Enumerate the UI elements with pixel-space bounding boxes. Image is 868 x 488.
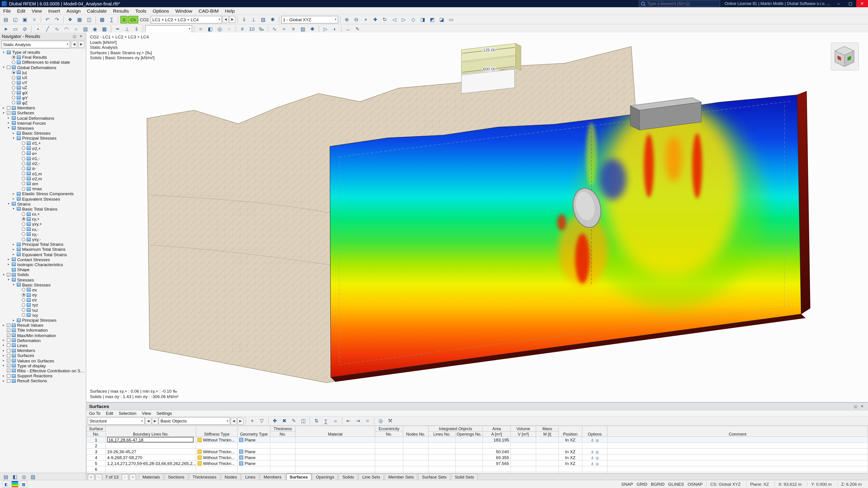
load-tool-button[interactable]: ⇓ <box>132 24 141 33</box>
views-navigator-tab-button[interactable]: ◎ <box>20 473 28 480</box>
isolines-button[interactable]: ≡ <box>289 24 298 33</box>
tree-item-m[interactable]: αm <box>1 181 86 186</box>
panels-toggle-button[interactable]: ◫ <box>85 15 94 24</box>
copy-row-button[interactable]: ◫ <box>299 416 308 425</box>
expander-icon[interactable]: ▸ <box>12 192 16 196</box>
navigator-float-icon[interactable]: ◱ <box>71 33 78 39</box>
column-header-boundary-lines-no[interactable]: Boundary Lines No. <box>105 426 196 437</box>
cell-eccentricity-no[interactable] <box>375 443 403 449</box>
tree-item-equivalent-stresses[interactable]: ▸Equivalent Stresses <box>1 196 86 201</box>
node-tool-button[interactable]: • <box>33 24 42 33</box>
anchor-icon[interactable]: ⚓ <box>591 462 594 466</box>
table-tab-member-sets[interactable]: Member Sets <box>385 474 417 480</box>
cell-comment[interactable] <box>608 466 868 472</box>
previous-load-case-button[interactable]: ◀ <box>222 16 229 23</box>
tree-item-z[interactable]: σz <box>1 297 86 302</box>
cell-area[interactable]: 183.195 <box>483 437 510 443</box>
visibility-icon[interactable]: ◎ <box>596 456 599 460</box>
column-header-comment[interactable]: Comment <box>608 426 868 437</box>
checkbox[interactable]: ✓ <box>7 111 10 115</box>
radio-button[interactable] <box>22 232 25 236</box>
tree-item-title-information[interactable]: ✓Title Information <box>1 328 86 333</box>
table-row-4[interactable]: 44-9,268,37-58,270Without Thickn...Plane… <box>87 454 868 460</box>
result-diagrams-button[interactable]: ∿ <box>270 24 279 33</box>
previous-analysis-button[interactable]: ◀ <box>71 41 77 48</box>
expander-icon[interactable]: ▾ <box>7 126 10 130</box>
print-table-button[interactable]: ⌗ <box>363 416 372 425</box>
maximize-button[interactable]: ▢ <box>844 0 856 7</box>
table-view-next-button[interactable]: ▶ <box>152 417 158 424</box>
cell-integrated-lines-no[interactable] <box>428 437 456 443</box>
table-tab-lines[interactable]: Lines <box>242 474 259 480</box>
tree-item-xy[interactable]: γxy,- <box>1 237 86 242</box>
show-result-chart-toggle[interactable]: Ch <box>128 15 138 23</box>
isometric-view-button[interactable]: ◇ <box>409 15 418 24</box>
cell-eccentricity-no[interactable] <box>375 454 403 460</box>
cell-material[interactable] <box>296 466 375 472</box>
cell-comment[interactable] <box>608 454 868 460</box>
cell-boundary-lines[interactable]: 19-26,36-45,27 <box>105 449 196 454</box>
expander-icon[interactable]: ▾ <box>12 283 16 287</box>
cell-integrated-openings-no[interactable] <box>456 460 483 466</box>
tree-item-principal-stresses[interactable]: ▸Principal Stresses <box>1 318 86 323</box>
table-row-5[interactable]: 51,2,14,271,270,59-65,28-33,66,69,262,26… <box>87 460 868 466</box>
opening-tool-button[interactable]: ◉ <box>90 24 99 33</box>
show-supports-button[interactable]: ⊥ <box>249 15 258 24</box>
checkbox[interactable]: ✓ <box>7 364 10 367</box>
menu-edit[interactable]: Edit <box>14 7 29 14</box>
tree-item-yz[interactable]: τyz <box>1 302 86 307</box>
sync-selection-button[interactable]: ⌖ <box>248 416 257 425</box>
table-tab-line-sets[interactable]: Line Sets <box>359 474 384 480</box>
expander-icon[interactable]: ▾ <box>2 66 5 69</box>
next-load-case-button[interactable]: ▶ <box>229 16 236 23</box>
cell-integrated-openings-no[interactable] <box>456 466 483 472</box>
table-tab-materials[interactable]: Materials <box>139 474 163 480</box>
insert-row-button[interactable]: ✚ <box>270 416 279 425</box>
solid-tool-button[interactable]: ▩ <box>100 24 109 33</box>
surface-tool-button[interactable]: ▧ <box>81 24 90 33</box>
cell-volume[interactable] <box>510 454 536 460</box>
cell-mass[interactable] <box>536 454 559 460</box>
smooth-results-button[interactable]: ≈ <box>279 24 288 33</box>
column-header-mass-m-t[interactable]: M [t] <box>536 431 559 437</box>
cell-nodes-no[interactable] <box>403 466 428 472</box>
cell-nodes-no[interactable] <box>403 443 428 449</box>
radio-button[interactable] <box>12 71 16 74</box>
tree-item-z[interactable]: φZ <box>1 100 86 105</box>
clipping-plane-button[interactable]: ◧ <box>206 24 215 33</box>
cell-geometry-type[interactable]: Plane <box>238 437 270 443</box>
menu-window[interactable]: Window <box>172 7 195 14</box>
cell-stiffness-type[interactable]: Without Thickn... <box>196 449 238 454</box>
checkbox[interactable] <box>7 374 10 378</box>
tree-item-equivalent-total-strains[interactable]: ▸Equivalent Total Strains <box>1 252 86 257</box>
cell-stiffness-type[interactable]: Without Thickn... <box>196 460 238 466</box>
data-navigator-tab-button[interactable]: ▤ <box>2 473 10 480</box>
column-header-geometry-type[interactable]: Geometry Type <box>238 426 270 437</box>
cell-nodes-no[interactable] <box>403 449 428 454</box>
tables-toggle-button[interactable]: ▦ <box>75 15 84 24</box>
cell-nodes-no[interactable] <box>403 454 428 460</box>
cell-stiffness-type[interactable]: Without Thickn... <box>196 454 238 460</box>
cell-geometry-type[interactable]: Plane <box>238 460 270 466</box>
expander-icon[interactable]: ▸ <box>12 253 16 256</box>
radio-button[interactable] <box>12 76 16 79</box>
radio-button[interactable] <box>22 237 25 241</box>
support-tool-button[interactable]: ⊥ <box>123 24 131 33</box>
tree-item-x[interactable]: εx,+ <box>1 212 86 217</box>
table-tab-thicknesses[interactable]: Thicknesses <box>189 474 220 480</box>
expander-icon[interactable]: ▸ <box>7 263 10 266</box>
cell-material[interactable] <box>296 437 375 443</box>
calculate-all-button[interactable]: ∑ <box>107 15 116 24</box>
cell-area[interactable]: 97.565 <box>483 460 510 466</box>
last-table-button[interactable]: » <box>129 474 136 480</box>
column-header-eccentricity-no[interactable]: No. <box>375 431 403 437</box>
column-header-lines-no[interactable]: Lines No. <box>428 431 456 437</box>
tree-item-surfaces[interactable]: ▾✓Surfaces <box>1 110 86 116</box>
column-header-area-a-m[interactable]: A [m²] <box>483 431 510 437</box>
tree-item-support-reactions[interactable]: ▸Support Reactions <box>1 373 86 378</box>
cell-comment[interactable] <box>608 443 868 449</box>
cell-area[interactable] <box>483 466 510 472</box>
tree-item-xz[interactable]: τxz <box>1 307 86 313</box>
menu-file[interactable]: File <box>0 7 14 14</box>
cell-options[interactable] <box>582 443 608 449</box>
